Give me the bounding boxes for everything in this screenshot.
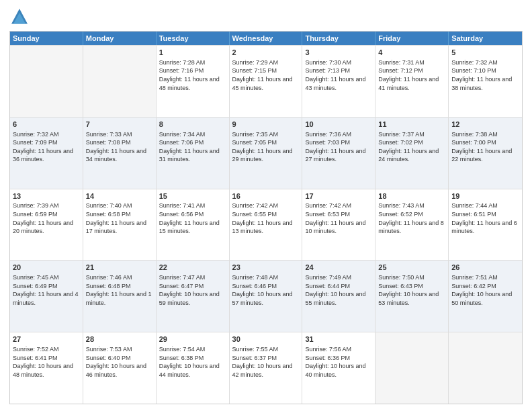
cell-info: Sunrise: 7:42 AMSunset: 6:53 PMDaylight:… [305, 201, 372, 235]
cell-day-number: 29 [159, 334, 226, 345]
calendar-cell: 11Sunrise: 7:37 AMSunset: 7:02 PMDayligh… [375, 118, 449, 189]
calendar-cell: 17Sunrise: 7:42 AMSunset: 6:53 PMDayligh… [302, 189, 375, 261]
cell-day-number: 11 [378, 120, 445, 130]
cell-day-number: 12 [451, 120, 519, 130]
cell-day-number: 31 [305, 334, 372, 345]
calendar-cell: 27Sunrise: 7:52 AMSunset: 6:41 PMDayligh… [10, 332, 83, 404]
cell-info: Sunrise: 7:46 AMSunset: 6:48 PMDaylight:… [86, 273, 153, 307]
calendar-cell [10, 46, 83, 117]
cell-info: Sunrise: 7:47 AMSunset: 6:47 PMDaylight:… [159, 273, 226, 307]
day-header-saturday: Saturday [449, 32, 522, 45]
calendar-cell: 18Sunrise: 7:43 AMSunset: 6:52 PMDayligh… [375, 189, 449, 261]
calendar-cell: 8Sunrise: 7:34 AMSunset: 7:06 PMDaylight… [157, 118, 230, 189]
cell-day-number: 17 [305, 191, 372, 201]
cell-info: Sunrise: 7:39 AMSunset: 6:59 PMDaylight:… [13, 201, 80, 235]
cell-info: Sunrise: 7:32 AMSunset: 7:09 PMDaylight:… [13, 130, 80, 164]
cell-info: Sunrise: 7:30 AMSunset: 7:13 PMDaylight:… [305, 58, 372, 92]
cell-day-number: 4 [378, 48, 445, 58]
cell-day-number: 8 [159, 120, 226, 130]
cell-day-number: 22 [159, 263, 226, 273]
cell-day-number: 1 [159, 48, 226, 58]
calendar-cell: 23Sunrise: 7:48 AMSunset: 6:46 PMDayligh… [230, 261, 303, 332]
cell-info: Sunrise: 7:43 AMSunset: 6:52 PMDaylight:… [378, 201, 445, 235]
calendar-cell: 15Sunrise: 7:41 AMSunset: 6:56 PMDayligh… [157, 189, 230, 261]
cell-day-number: 25 [378, 263, 445, 273]
cell-day-number: 10 [305, 120, 372, 130]
calendar-body: 1Sunrise: 7:28 AMSunset: 7:16 PMDaylight… [10, 45, 522, 404]
calendar-cell: 28Sunrise: 7:53 AMSunset: 6:40 PMDayligh… [83, 332, 157, 404]
calendar-cell [375, 332, 449, 404]
calendar-cell [83, 46, 157, 117]
cell-day-number: 16 [232, 191, 300, 201]
cell-info: Sunrise: 7:34 AMSunset: 7:06 PMDaylight:… [159, 130, 226, 164]
cell-info: Sunrise: 7:45 AMSunset: 6:49 PMDaylight:… [13, 273, 80, 307]
calendar-cell: 30Sunrise: 7:55 AMSunset: 6:37 PMDayligh… [230, 332, 303, 404]
calendar-cell: 24Sunrise: 7:49 AMSunset: 6:44 PMDayligh… [302, 261, 375, 332]
cell-info: Sunrise: 7:38 AMSunset: 7:00 PMDaylight:… [451, 130, 519, 164]
cell-day-number: 19 [451, 191, 519, 201]
cell-info: Sunrise: 7:33 AMSunset: 7:08 PMDaylight:… [86, 130, 153, 164]
cell-day-number: 21 [86, 263, 153, 273]
cell-day-number: 24 [305, 263, 372, 273]
calendar-week-row: 27Sunrise: 7:52 AMSunset: 6:41 PMDayligh… [10, 332, 522, 404]
cell-info: Sunrise: 7:32 AMSunset: 7:10 PMDaylight:… [451, 58, 519, 92]
calendar-cell: 25Sunrise: 7:50 AMSunset: 6:43 PMDayligh… [375, 261, 449, 332]
calendar-cell: 26Sunrise: 7:51 AMSunset: 6:42 PMDayligh… [449, 261, 522, 332]
calendar-cell: 9Sunrise: 7:35 AMSunset: 7:05 PMDaylight… [230, 118, 303, 189]
cell-info: Sunrise: 7:50 AMSunset: 6:43 PMDaylight:… [378, 273, 445, 307]
cell-info: Sunrise: 7:44 AMSunset: 6:51 PMDaylight:… [451, 201, 519, 235]
calendar-week-row: 6Sunrise: 7:32 AMSunset: 7:09 PMDaylight… [10, 117, 522, 189]
calendar-cell: 22Sunrise: 7:47 AMSunset: 6:47 PMDayligh… [157, 261, 230, 332]
calendar-cell: 21Sunrise: 7:46 AMSunset: 6:48 PMDayligh… [83, 261, 157, 332]
calendar-cell: 3Sunrise: 7:30 AMSunset: 7:13 PMDaylight… [302, 46, 375, 117]
calendar-week-row: 1Sunrise: 7:28 AMSunset: 7:16 PMDaylight… [10, 45, 522, 117]
day-header-tuesday: Tuesday [157, 32, 230, 45]
cell-day-number: 13 [13, 191, 80, 201]
cell-info: Sunrise: 7:48 AMSunset: 6:46 PMDaylight:… [232, 273, 300, 307]
cell-day-number: 30 [232, 334, 300, 345]
calendar-cell: 19Sunrise: 7:44 AMSunset: 6:51 PMDayligh… [449, 189, 522, 261]
cell-day-number: 7 [86, 120, 153, 130]
calendar-cell: 20Sunrise: 7:45 AMSunset: 6:49 PMDayligh… [10, 261, 83, 332]
calendar-cell: 5Sunrise: 7:32 AMSunset: 7:10 PMDaylight… [449, 46, 522, 117]
page: SundayMondayTuesdayWednesdayThursdayFrid… [0, 0, 532, 411]
cell-day-number: 5 [451, 48, 519, 58]
calendar-cell [449, 332, 522, 404]
cell-info: Sunrise: 7:41 AMSunset: 6:56 PMDaylight:… [159, 201, 226, 235]
calendar-week-row: 13Sunrise: 7:39 AMSunset: 6:59 PMDayligh… [10, 189, 522, 261]
calendar-cell: 2Sunrise: 7:29 AMSunset: 7:15 PMDaylight… [230, 46, 303, 117]
cell-info: Sunrise: 7:36 AMSunset: 7:03 PMDaylight:… [305, 130, 372, 164]
cell-info: Sunrise: 7:31 AMSunset: 7:12 PMDaylight:… [378, 58, 445, 92]
cell-info: Sunrise: 7:55 AMSunset: 6:37 PMDaylight:… [232, 345, 300, 379]
cell-info: Sunrise: 7:56 AMSunset: 6:36 PMDaylight:… [305, 345, 372, 379]
cell-day-number: 27 [13, 334, 80, 345]
cell-day-number: 3 [305, 48, 372, 58]
day-header-friday: Friday [375, 32, 449, 45]
logo-icon [9, 7, 30, 27]
cell-day-number: 28 [86, 334, 153, 345]
calendar-week-row: 20Sunrise: 7:45 AMSunset: 6:49 PMDayligh… [10, 260, 522, 332]
day-header-monday: Monday [83, 32, 157, 45]
day-header-thursday: Thursday [302, 32, 375, 45]
cell-info: Sunrise: 7:54 AMSunset: 6:38 PMDaylight:… [159, 345, 226, 379]
logo [9, 7, 32, 27]
day-header-sunday: Sunday [10, 32, 83, 45]
cell-day-number: 2 [232, 48, 300, 58]
cell-day-number: 6 [13, 120, 80, 130]
calendar-cell: 16Sunrise: 7:42 AMSunset: 6:55 PMDayligh… [230, 189, 303, 261]
cell-info: Sunrise: 7:35 AMSunset: 7:05 PMDaylight:… [232, 130, 300, 164]
header [9, 7, 523, 27]
calendar-header-row: SundayMondayTuesdayWednesdayThursdayFrid… [10, 32, 522, 45]
cell-day-number: 26 [451, 263, 519, 273]
cell-info: Sunrise: 7:37 AMSunset: 7:02 PMDaylight:… [378, 130, 445, 164]
cell-day-number: 9 [232, 120, 300, 130]
cell-day-number: 23 [232, 263, 300, 273]
cell-info: Sunrise: 7:28 AMSunset: 7:16 PMDaylight:… [159, 58, 226, 92]
calendar-cell: 7Sunrise: 7:33 AMSunset: 7:08 PMDaylight… [83, 118, 157, 189]
cell-info: Sunrise: 7:51 AMSunset: 6:42 PMDaylight:… [451, 273, 519, 307]
cell-day-number: 14 [86, 191, 153, 201]
calendar-cell: 4Sunrise: 7:31 AMSunset: 7:12 PMDaylight… [375, 46, 449, 117]
cell-day-number: 15 [159, 191, 226, 201]
calendar-cell: 6Sunrise: 7:32 AMSunset: 7:09 PMDaylight… [10, 118, 83, 189]
cell-day-number: 20 [13, 263, 80, 273]
